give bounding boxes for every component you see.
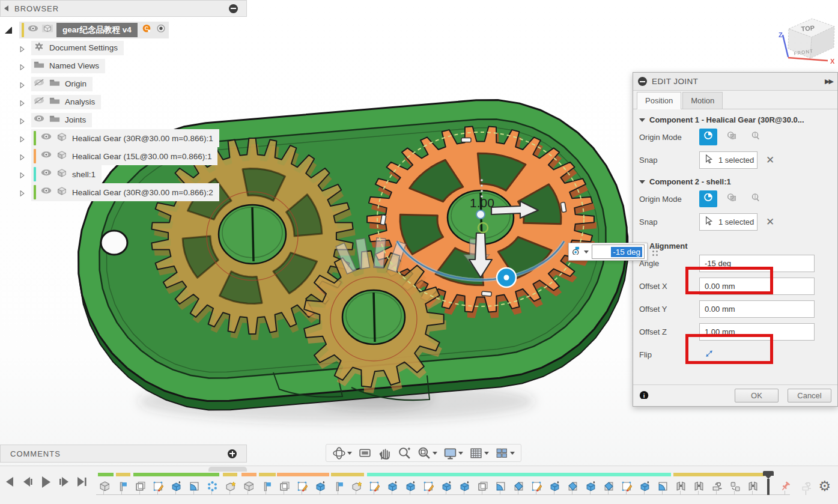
dialog-collapse-icon[interactable] bbox=[638, 77, 647, 86]
timeline-feature-extrude-5[interactable] bbox=[170, 480, 182, 492]
collapsed-triangle-icon[interactable] bbox=[18, 135, 25, 142]
component2-section-header[interactable]: Component 2 - shell:1 bbox=[633, 171, 837, 187]
dialog-pin-right-icon[interactable]: ▶▶ bbox=[825, 77, 833, 85]
eye-icon[interactable] bbox=[41, 187, 52, 197]
snap-clear-icon-2[interactable]: ✕ bbox=[766, 216, 774, 228]
eye-hidden-icon[interactable] bbox=[34, 79, 44, 89]
timeline-feature-extrude-18[interactable] bbox=[404, 480, 416, 492]
zoom-tool-button[interactable] bbox=[395, 445, 414, 461]
origin-mode-between-components-button[interactable] bbox=[723, 129, 741, 145]
eye-icon[interactable] bbox=[41, 133, 52, 143]
view-cube[interactable]: TOPFRONTZX bbox=[779, 19, 835, 65]
eye-hidden-icon[interactable] bbox=[34, 97, 44, 107]
timeline-feature-rigid-36[interactable] bbox=[729, 480, 741, 492]
timeline-feature-extrude-17[interactable] bbox=[386, 480, 398, 492]
browser-item-label[interactable]: Joints bbox=[65, 115, 86, 124]
timeline-feature-plane-14[interactable] bbox=[332, 480, 344, 492]
timeline-feature-motion-ghost[interactable] bbox=[800, 480, 812, 492]
timeline-feature-comp-1[interactable] bbox=[98, 480, 110, 492]
timeline-feature-plane-2[interactable] bbox=[116, 480, 128, 492]
grid-tool-button[interactable] bbox=[467, 445, 491, 461]
browser-row-shell-1[interactable]: shell:1 bbox=[18, 166, 102, 183]
step-back-button[interactable] bbox=[22, 476, 34, 491]
timeline-feature-joint-37[interactable] bbox=[747, 480, 759, 492]
browser-item-label[interactable]: Analysis bbox=[65, 97, 95, 106]
alignment-section-header[interactable]: Alignment bbox=[633, 233, 837, 252]
timeline-feature-chamfer-29[interactable] bbox=[603, 480, 615, 492]
browser-row-healical-gear-30r-30-00-m-0-86[interactable]: Healical Gear (30R@30.00 m=0.866):2 bbox=[18, 184, 219, 201]
collapsed-triangle-icon[interactable] bbox=[18, 171, 25, 178]
document-title[interactable]: gear纪念品教程 v4 bbox=[56, 23, 138, 37]
expanded-triangle-icon[interactable] bbox=[5, 27, 12, 34]
browser-item-label[interactable]: Origin bbox=[65, 79, 87, 88]
orbit-dropdown-icon[interactable] bbox=[347, 452, 352, 455]
timeline-feature-box-3[interactable] bbox=[134, 480, 146, 492]
tab-motion[interactable]: Motion bbox=[682, 92, 723, 109]
activate-component-radio[interactable] bbox=[156, 25, 166, 35]
joint-type-icon[interactable] bbox=[571, 246, 582, 257]
timeline-feature-fillet-6[interactable] bbox=[188, 480, 200, 492]
pan-tool-button[interactable] bbox=[375, 445, 394, 461]
lookat-tool-button[interactable] bbox=[356, 445, 374, 461]
browser-row-analysis[interactable]: Analysis bbox=[18, 94, 101, 111]
collapsed-triangle-icon[interactable] bbox=[18, 153, 25, 160]
component1-section-header[interactable]: Component 1 - Healical Gear (30R@30.0... bbox=[633, 109, 837, 126]
browser-item-label[interactable]: Document Settings bbox=[49, 43, 118, 52]
timeline-feature-fillet-32[interactable] bbox=[657, 480, 669, 492]
browser-row-named-views[interactable]: Named Views bbox=[18, 58, 105, 74]
collapsed-triangle-icon[interactable] bbox=[18, 44, 25, 52]
eye-icon[interactable] bbox=[41, 169, 52, 179]
origin-mode-between-faces-button-2[interactable] bbox=[746, 190, 764, 207]
joint-origin-ball[interactable] bbox=[476, 210, 485, 219]
timeline-notch[interactable] bbox=[208, 467, 247, 472]
viewports-tool-button[interactable] bbox=[493, 445, 517, 461]
viewports-dropdown-icon[interactable] bbox=[510, 452, 515, 455]
skip-to-end-button[interactable] bbox=[76, 476, 88, 491]
timeline-feature-extrude-28[interactable] bbox=[584, 480, 597, 492]
offset-y-input[interactable]: 0.00 mm bbox=[699, 300, 815, 318]
collapse-arrow-icon[interactable] bbox=[4, 5, 8, 11]
timeline-feature-extrude-20[interactable] bbox=[440, 480, 452, 492]
timeline-feature-sketch-30[interactable] bbox=[621, 480, 633, 492]
origin-mode-simple-button-2[interactable] bbox=[699, 190, 717, 207]
timeline-feature-sketch-19[interactable] bbox=[422, 480, 434, 492]
timeline-feature-extrude-21[interactable] bbox=[458, 480, 470, 492]
collapsed-triangle-icon[interactable] bbox=[18, 62, 25, 70]
grid-dropdown-icon[interactable] bbox=[484, 452, 489, 455]
timeline-feature-pin[interactable] bbox=[779, 480, 791, 492]
angle-inline-input[interactable]: -15 deg bbox=[592, 244, 645, 259]
origin-mode-between-components-button-2[interactable] bbox=[723, 190, 741, 207]
timeline-feature-extrude-13[interactable] bbox=[314, 480, 326, 492]
orbit-tool-button[interactable] bbox=[330, 445, 354, 461]
eye-icon[interactable] bbox=[28, 25, 38, 35]
browser-row-joints[interactable]: Joints bbox=[18, 112, 92, 129]
browser-root-row[interactable]: gear纪念品教程 v4 C bbox=[5, 22, 169, 38]
timeline-feature-chamfer-24[interactable] bbox=[512, 480, 524, 492]
snap-selection-button-1[interactable]: 1 selected bbox=[699, 151, 758, 169]
display-dropdown-icon[interactable] bbox=[458, 452, 463, 455]
timeline-feature-extrude-31[interactable] bbox=[639, 480, 651, 492]
timeline-feature-comp-9[interactable] bbox=[242, 480, 254, 492]
timeline-feature-joint-33[interactable] bbox=[675, 480, 687, 492]
browser-item-label[interactable]: Healical Gear (30R@30.00 m=0.866):2 bbox=[72, 188, 213, 197]
browser-panel-header[interactable]: BROWSER bbox=[0, 0, 247, 17]
ok-button[interactable]: OK bbox=[735, 389, 779, 402]
fit-tool-button[interactable] bbox=[415, 445, 440, 461]
timeline-feature-sketch-16[interactable] bbox=[368, 480, 380, 492]
browser-minimize-icon[interactable] bbox=[229, 4, 238, 13]
joint-type-dropdown-icon[interactable] bbox=[584, 250, 589, 254]
timeline-feature-sketch-4[interactable] bbox=[152, 480, 164, 492]
timeline-feature-box-11[interactable] bbox=[278, 480, 290, 492]
floating-box-grip[interactable] bbox=[652, 247, 658, 257]
step-forward-button[interactable] bbox=[58, 476, 70, 491]
collapsed-triangle-icon[interactable] bbox=[18, 189, 25, 196]
origin-mode-simple-button[interactable] bbox=[699, 129, 717, 145]
browser-row-healical-gear-30r-30-00-m-0-86[interactable]: Healical Gear (30R@30.00 m=0.866):1 bbox=[18, 130, 219, 147]
cancel-button[interactable]: Cancel bbox=[788, 389, 831, 402]
timeline-feature-sketch-12[interactable] bbox=[296, 480, 308, 492]
timeline-feature-box-22[interactable] bbox=[476, 480, 488, 492]
origin-mode-between-faces-button[interactable] bbox=[746, 129, 764, 145]
comments-panel-header[interactable]: COMMENTS bbox=[0, 445, 247, 463]
browser-row-origin[interactable]: Origin bbox=[18, 76, 93, 93]
eye-icon[interactable] bbox=[34, 115, 44, 125]
